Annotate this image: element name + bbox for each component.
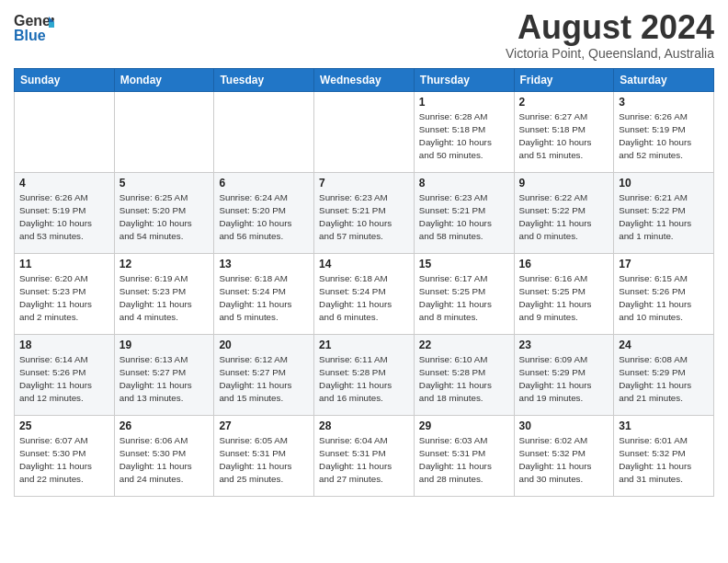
logo: General Blue: [14, 9, 54, 44]
day-number: 19: [119, 339, 210, 351]
calendar-cell: 20Sunrise: 6:12 AM Sunset: 5:27 PM Dayli…: [214, 334, 314, 415]
svg-text:General: General: [14, 13, 54, 29]
calendar-cell: 16Sunrise: 6:16 AM Sunset: 5:25 PM Dayli…: [514, 253, 614, 334]
day-number: 11: [19, 258, 109, 270]
calendar-cell: 29Sunrise: 6:03 AM Sunset: 5:31 PM Dayli…: [414, 415, 514, 496]
calendar-cell: 3Sunrise: 6:26 AM Sunset: 5:19 PM Daylig…: [614, 91, 714, 172]
day-detail: Sunrise: 6:25 AM Sunset: 5:20 PM Dayligh…: [119, 191, 210, 244]
calendar-cell: 22Sunrise: 6:10 AM Sunset: 5:28 PM Dayli…: [414, 334, 514, 415]
day-number: 18: [19, 339, 109, 351]
day-number: 10: [619, 177, 709, 190]
day-detail: Sunrise: 6:09 AM Sunset: 5:29 PM Dayligh…: [519, 353, 609, 406]
day-detail: Sunrise: 6:21 AM Sunset: 5:22 PM Dayligh…: [619, 191, 709, 244]
day-number: 29: [419, 419, 509, 432]
calendar-cell: 6Sunrise: 6:24 AM Sunset: 5:20 PM Daylig…: [214, 172, 314, 253]
day-number: 4: [19, 177, 109, 190]
calendar-cell: 8Sunrise: 6:23 AM Sunset: 5:21 PM Daylig…: [414, 172, 514, 253]
day-detail: Sunrise: 6:05 AM Sunset: 5:31 PM Dayligh…: [219, 434, 309, 487]
day-detail: Sunrise: 6:10 AM Sunset: 5:28 PM Dayligh…: [419, 353, 509, 406]
day-detail: Sunrise: 6:20 AM Sunset: 5:23 PM Dayligh…: [19, 272, 109, 325]
day-detail: Sunrise: 6:03 AM Sunset: 5:31 PM Dayligh…: [419, 434, 509, 487]
day-number: 9: [519, 177, 609, 190]
day-detail: Sunrise: 6:26 AM Sunset: 5:19 PM Dayligh…: [19, 191, 109, 244]
day-number: 27: [219, 419, 309, 432]
day-detail: Sunrise: 6:11 AM Sunset: 5:28 PM Dayligh…: [319, 353, 409, 406]
dow-header-wednesday: Wednesday: [314, 68, 415, 91]
day-number: 14: [319, 258, 409, 270]
calendar-cell: 18Sunrise: 6:14 AM Sunset: 5:26 PM Dayli…: [15, 334, 115, 415]
month-year-title: August 2024: [506, 9, 714, 46]
calendar-cell: 10Sunrise: 6:21 AM Sunset: 5:22 PM Dayli…: [614, 172, 714, 253]
day-number: 22: [419, 339, 509, 351]
calendar-cell: 2Sunrise: 6:27 AM Sunset: 5:18 PM Daylig…: [514, 91, 614, 172]
calendar-week-1: 1Sunrise: 6:28 AM Sunset: 5:18 PM Daylig…: [15, 91, 714, 172]
day-detail: Sunrise: 6:24 AM Sunset: 5:20 PM Dayligh…: [219, 191, 309, 244]
calendar-cell: 9Sunrise: 6:22 AM Sunset: 5:22 PM Daylig…: [514, 172, 614, 253]
day-number: 20: [219, 339, 309, 351]
day-number: 30: [519, 419, 609, 432]
calendar-week-2: 4Sunrise: 6:26 AM Sunset: 5:19 PM Daylig…: [15, 172, 714, 253]
day-detail: Sunrise: 6:04 AM Sunset: 5:31 PM Dayligh…: [319, 434, 409, 487]
dow-header-monday: Monday: [114, 68, 214, 91]
calendar-cell: 25Sunrise: 6:07 AM Sunset: 5:30 PM Dayli…: [15, 415, 115, 496]
day-number: 28: [319, 419, 409, 432]
day-detail: Sunrise: 6:18 AM Sunset: 5:24 PM Dayligh…: [219, 272, 309, 325]
day-number: 26: [119, 419, 210, 432]
day-detail: Sunrise: 6:08 AM Sunset: 5:29 PM Dayligh…: [619, 353, 709, 406]
calendar-cell: 27Sunrise: 6:05 AM Sunset: 5:31 PM Dayli…: [214, 415, 314, 496]
calendar-cell: [214, 91, 314, 172]
dow-header-friday: Friday: [514, 68, 614, 91]
day-detail: Sunrise: 6:27 AM Sunset: 5:18 PM Dayligh…: [519, 110, 609, 163]
day-detail: Sunrise: 6:22 AM Sunset: 5:22 PM Dayligh…: [519, 191, 609, 244]
calendar-cell: 24Sunrise: 6:08 AM Sunset: 5:29 PM Dayli…: [614, 334, 714, 415]
calendar-cell: 19Sunrise: 6:13 AM Sunset: 5:27 PM Dayli…: [114, 334, 214, 415]
day-detail: Sunrise: 6:23 AM Sunset: 5:21 PM Dayligh…: [319, 191, 409, 244]
day-number: 2: [519, 96, 609, 109]
svg-text:Blue: Blue: [14, 28, 46, 43]
dow-header-saturday: Saturday: [614, 68, 714, 91]
day-number: 21: [319, 339, 409, 351]
day-detail: Sunrise: 6:15 AM Sunset: 5:26 PM Dayligh…: [619, 272, 709, 325]
day-detail: Sunrise: 6:23 AM Sunset: 5:21 PM Dayligh…: [419, 191, 509, 244]
day-detail: Sunrise: 6:02 AM Sunset: 5:32 PM Dayligh…: [519, 434, 609, 487]
calendar-cell: 28Sunrise: 6:04 AM Sunset: 5:31 PM Dayli…: [314, 415, 415, 496]
svg-marker-3: [49, 22, 54, 28]
page-header: General Blue August 2024 Victoria Point,…: [14, 9, 714, 61]
calendar-cell: 11Sunrise: 6:20 AM Sunset: 5:23 PM Dayli…: [15, 253, 115, 334]
calendar-week-4: 18Sunrise: 6:14 AM Sunset: 5:26 PM Dayli…: [15, 334, 714, 415]
calendar-cell: 13Sunrise: 6:18 AM Sunset: 5:24 PM Dayli…: [214, 253, 314, 334]
dow-header-tuesday: Tuesday: [214, 68, 314, 91]
day-number: 17: [619, 258, 709, 270]
calendar-cell: 21Sunrise: 6:11 AM Sunset: 5:28 PM Dayli…: [314, 334, 415, 415]
day-number: 15: [419, 258, 509, 270]
calendar-cell: 30Sunrise: 6:02 AM Sunset: 5:32 PM Dayli…: [514, 415, 614, 496]
day-detail: Sunrise: 6:17 AM Sunset: 5:25 PM Dayligh…: [419, 272, 509, 325]
calendar-cell: [114, 91, 214, 172]
day-detail: Sunrise: 6:14 AM Sunset: 5:26 PM Dayligh…: [19, 353, 109, 406]
day-detail: Sunrise: 6:28 AM Sunset: 5:18 PM Dayligh…: [419, 110, 509, 163]
dow-header-thursday: Thursday: [414, 68, 514, 91]
calendar-week-3: 11Sunrise: 6:20 AM Sunset: 5:23 PM Dayli…: [15, 253, 714, 334]
calendar-cell: 7Sunrise: 6:23 AM Sunset: 5:21 PM Daylig…: [314, 172, 415, 253]
calendar-table: SundayMondayTuesdayWednesdayThursdayFrid…: [14, 68, 714, 497]
day-detail: Sunrise: 6:19 AM Sunset: 5:23 PM Dayligh…: [119, 272, 210, 325]
logo-icon: General Blue: [14, 9, 54, 44]
calendar-cell: 12Sunrise: 6:19 AM Sunset: 5:23 PM Dayli…: [114, 253, 214, 334]
day-number: 16: [519, 258, 609, 270]
day-number: 13: [219, 258, 309, 270]
day-detail: Sunrise: 6:01 AM Sunset: 5:32 PM Dayligh…: [619, 434, 709, 487]
day-number: 6: [219, 177, 309, 190]
day-number: 31: [619, 419, 709, 432]
calendar-cell: 15Sunrise: 6:17 AM Sunset: 5:25 PM Dayli…: [414, 253, 514, 334]
calendar-cell: 17Sunrise: 6:15 AM Sunset: 5:26 PM Dayli…: [614, 253, 714, 334]
day-number: 8: [419, 177, 509, 190]
title-block: August 2024 Victoria Point, Queensland, …: [506, 9, 714, 61]
calendar-cell: 31Sunrise: 6:01 AM Sunset: 5:32 PM Dayli…: [614, 415, 714, 496]
day-number: 1: [419, 96, 509, 109]
calendar-cell: [314, 91, 415, 172]
day-detail: Sunrise: 6:16 AM Sunset: 5:25 PM Dayligh…: [519, 272, 609, 325]
day-detail: Sunrise: 6:06 AM Sunset: 5:30 PM Dayligh…: [119, 434, 210, 487]
calendar-cell: 23Sunrise: 6:09 AM Sunset: 5:29 PM Dayli…: [514, 334, 614, 415]
calendar-cell: 26Sunrise: 6:06 AM Sunset: 5:30 PM Dayli…: [114, 415, 214, 496]
calendar-cell: 14Sunrise: 6:18 AM Sunset: 5:24 PM Dayli…: [314, 253, 415, 334]
